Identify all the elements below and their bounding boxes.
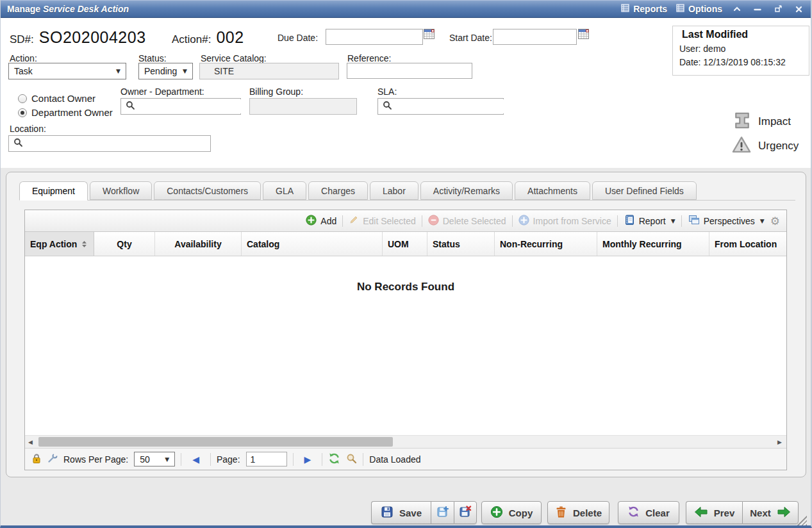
location-field[interactable] (8, 135, 211, 152)
due-date-input[interactable] (326, 29, 423, 45)
copy-plus-icon (490, 506, 503, 520)
tab-charges[interactable]: Charges (308, 181, 368, 200)
grid-pager: Rows Per Page: 50▼ ◀ Page: ▶ Data Load (25, 449, 786, 470)
edit-selected-button[interactable]: Edit Selected (349, 215, 416, 227)
page-number-input[interactable] (246, 452, 287, 466)
column-header-uom[interactable]: UOM (383, 232, 427, 256)
scrollbar-thumb[interactable] (38, 437, 393, 447)
action-number-value: 002 (216, 28, 244, 47)
pencil-icon (349, 215, 359, 227)
pager-status-text: Data Loaded (369, 454, 420, 465)
save-button[interactable]: Save (371, 501, 431, 524)
prev-button[interactable]: Prev (686, 501, 742, 524)
next-button[interactable]: Next (742, 501, 799, 524)
popout-icon[interactable] (772, 4, 784, 14)
save-and-new-button[interactable] (431, 501, 454, 524)
column-header-non-recurring[interactable]: Non-Recurring (495, 232, 597, 256)
save-floppy-icon (381, 506, 394, 520)
action-label: Action: (10, 53, 37, 63)
billing-group-field (249, 98, 357, 115)
impact-indicator[interactable]: Impact (733, 111, 791, 133)
clear-button[interactable]: Clear (618, 501, 679, 524)
add-button[interactable]: Add (306, 215, 336, 227)
reference-input[interactable] (347, 63, 472, 79)
perspectives-dropdown-button[interactable]: Perspectives ▼ (688, 214, 765, 227)
lock-icon[interactable] (31, 453, 42, 466)
arrow-left-icon (694, 506, 708, 520)
pager-separator (181, 453, 181, 466)
status-select[interactable]: Pending▼ (138, 63, 193, 79)
start-date-calendar-icon[interactable] (578, 29, 589, 42)
minimize-icon[interactable] (752, 4, 763, 14)
gear-icon[interactable]: ⚙ (770, 215, 780, 227)
column-header-monthly-recurring[interactable]: Monthly Recurring (597, 232, 709, 256)
scroll-right-icon[interactable]: ▶ (774, 439, 785, 445)
grid-header-row: Eqp Action Qty Availability Catalog UOM … (25, 232, 786, 256)
column-header-eqp-action[interactable]: Eqp Action (25, 232, 94, 256)
tab-contacts-customers[interactable]: Contacts/Customers (154, 181, 261, 200)
department-owner-radio[interactable]: Department Owner (18, 107, 113, 118)
tab-activity-remarks[interactable]: Activity/Remarks (420, 181, 513, 200)
owner-department-field[interactable] (120, 98, 241, 115)
column-header-from-location[interactable]: From Location (709, 232, 786, 256)
billing-group-label: Billing Group: (249, 87, 303, 97)
sla-field[interactable] (377, 98, 504, 115)
report-notebook-icon (624, 214, 635, 227)
start-date-label: Start Date: (449, 33, 492, 43)
delete-button[interactable]: Delete (547, 501, 609, 524)
owner-department-input[interactable] (138, 99, 254, 113)
tab-strip: Equipment Workflow Contacts/Customers GL… (19, 181, 795, 201)
chevron-down-icon: ▼ (183, 68, 187, 74)
tab-labor[interactable]: Labor (370, 181, 418, 200)
quick-search-icon[interactable] (346, 453, 357, 466)
report-dropdown-button[interactable]: Report ▼ (624, 214, 675, 227)
location-input[interactable] (26, 136, 210, 151)
rows-per-page-select[interactable]: 50▼ (134, 452, 175, 466)
urgency-indicator[interactable]: Urgency (731, 135, 799, 157)
save-and-close-button[interactable] (454, 501, 477, 524)
options-menu-button[interactable]: Options (676, 4, 722, 14)
collapse-icon[interactable] (731, 4, 743, 14)
column-header-availability[interactable]: Availability (155, 232, 242, 256)
next-page-icon[interactable]: ▶ (299, 454, 317, 465)
tab-user-defined-fields[interactable]: User Defined Fields (592, 181, 697, 200)
service-catalog-label: Service Catalog: (201, 53, 267, 63)
wrench-icon[interactable] (47, 453, 58, 465)
tab-attachments[interactable]: Attachments (515, 181, 590, 200)
tab-workflow[interactable]: Workflow (90, 181, 152, 200)
import-from-service-button[interactable]: Import from Service (518, 215, 611, 227)
last-modified-panel: Last Modified User: demo Date: 12/13/201… (672, 26, 809, 76)
due-date-calendar-icon[interactable] (424, 29, 435, 42)
tab-equipment[interactable]: Equipment (19, 181, 88, 201)
reports-menu-button[interactable]: Reports (621, 4, 667, 14)
arrow-right-icon (777, 506, 791, 520)
copy-button[interactable]: Copy (481, 501, 542, 524)
pager-separator (322, 453, 322, 466)
delete-selected-button[interactable]: Delete Selected (428, 215, 506, 227)
impact-label: Impact (758, 115, 791, 128)
page-label: Page: (217, 454, 240, 465)
tab-panel: Equipment Workflow Contacts/Customers GL… (6, 172, 806, 477)
start-date-input[interactable] (493, 29, 577, 45)
sla-input[interactable] (395, 99, 511, 113)
toolbar-separator (617, 215, 618, 227)
previous-page-icon[interactable]: ◀ (187, 454, 204, 465)
toolbar-separator (512, 215, 513, 227)
window-title: Manage Service Desk Action (7, 4, 129, 14)
column-header-catalog[interactable]: Catalog (242, 232, 383, 256)
perspectives-icon (688, 214, 700, 227)
refresh-icon[interactable] (328, 452, 340, 466)
last-modified-title: Last Modified (679, 29, 750, 40)
search-icon (383, 101, 392, 113)
column-header-qty[interactable]: Qty (94, 232, 155, 256)
action-select[interactable]: Task▼ (8, 63, 126, 79)
contact-owner-radio[interactable]: Contact Owner (18, 93, 95, 104)
scroll-left-icon[interactable]: ◀ (25, 439, 36, 445)
column-header-status[interactable]: Status (427, 232, 495, 256)
search-icon (13, 138, 23, 150)
horizontal-scrollbar[interactable]: ◀ ▶ (25, 435, 786, 449)
radio-unselected-icon (18, 94, 27, 103)
tab-gla[interactable]: GLA (263, 181, 306, 200)
close-icon[interactable] (793, 4, 804, 14)
save-plus-floppy-icon (436, 506, 449, 520)
